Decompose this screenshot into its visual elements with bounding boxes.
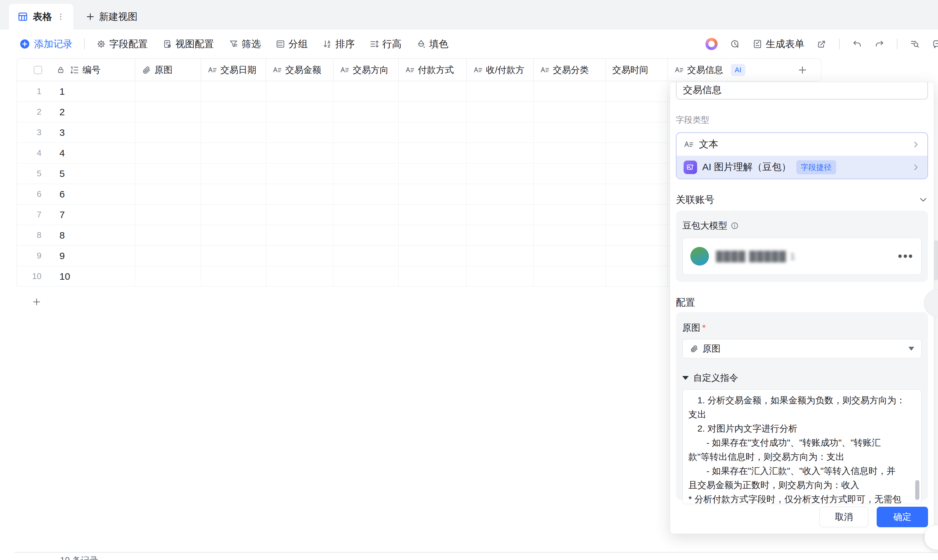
group-button[interactable]: 分组 — [276, 38, 308, 51]
row-number-cell[interactable]: 77 — [17, 205, 135, 225]
table-row[interactable]: 22 — [17, 102, 784, 122]
table-cell[interactable] — [467, 225, 534, 245]
add-field-button[interactable] — [784, 58, 821, 81]
table-cell[interactable] — [606, 225, 668, 245]
select-all-checkbox[interactable] — [34, 66, 42, 74]
custom-instruction-textarea[interactable]: 1. 分析交易金额，如果金额为负数，则交易方向为：支出 2. 对图片内文字进行分… — [682, 389, 922, 504]
window-scrollbar-thumb[interactable] — [934, 240, 938, 281]
column-header-trade-category[interactable]: 交易分类 — [534, 59, 606, 81]
column-header-payer-payee[interactable]: 收/付款方 — [467, 59, 534, 81]
table-cell[interactable] — [534, 81, 606, 102]
row-height-button[interactable]: 行高 — [370, 38, 402, 51]
table-cell[interactable] — [399, 246, 467, 266]
table-cell[interactable] — [606, 163, 668, 184]
table-cell[interactable] — [606, 143, 668, 163]
table-cell[interactable] — [399, 205, 467, 225]
row-number-cell[interactable]: 33 — [17, 122, 135, 143]
field-config-button[interactable]: 字段配置 — [96, 38, 148, 51]
table-row[interactable]: 66 — [17, 184, 784, 205]
table-cell[interactable] — [266, 266, 333, 286]
table-cell[interactable] — [333, 184, 399, 204]
table-cell[interactable] — [333, 81, 399, 102]
table-cell[interactable] — [467, 246, 534, 266]
column-header-trade-amount[interactable]: 交易金额 — [266, 59, 333, 81]
table-cell[interactable] — [534, 122, 606, 143]
table-cell[interactable] — [201, 225, 266, 245]
image-field-select[interactable]: 原图 — [682, 339, 922, 358]
table-cell[interactable] — [201, 102, 266, 122]
table-cell[interactable] — [467, 184, 534, 204]
custom-instruction-toggle[interactable]: 自定义指令 — [682, 372, 922, 384]
table-cell[interactable] — [606, 102, 668, 122]
table-cell[interactable] — [266, 205, 333, 225]
ai-gradient-ring-icon[interactable] — [705, 38, 718, 50]
confirm-button[interactable]: 确定 — [876, 507, 928, 527]
table-cell[interactable] — [534, 184, 606, 204]
row-number-cell[interactable]: 22 — [17, 102, 135, 122]
table-cell[interactable] — [135, 225, 201, 245]
table-row[interactable]: 88 — [17, 225, 784, 246]
table-cell[interactable] — [266, 163, 333, 184]
table-cell[interactable] — [266, 102, 333, 122]
table-cell[interactable] — [399, 81, 467, 102]
table-cell[interactable] — [135, 122, 201, 143]
table-cell[interactable] — [135, 143, 201, 163]
table-cell[interactable] — [135, 81, 201, 102]
table-cell[interactable] — [266, 81, 333, 102]
table-cell[interactable] — [266, 246, 333, 266]
cancel-button[interactable]: 取消 — [819, 507, 868, 527]
row-number-cell[interactable]: 55 — [17, 163, 135, 184]
table-cell[interactable] — [467, 102, 534, 122]
table-cell[interactable] — [399, 122, 467, 143]
table-cell[interactable] — [606, 205, 668, 225]
table-cell[interactable] — [606, 266, 668, 286]
row-number-cell[interactable]: 88 — [17, 225, 135, 245]
table-cell[interactable] — [534, 102, 606, 122]
table-cell[interactable] — [201, 122, 266, 143]
table-cell[interactable] — [333, 225, 399, 245]
field-type-option-text[interactable]: 文本 — [676, 133, 927, 156]
table-row[interactable]: 77 — [17, 205, 784, 225]
table-cell[interactable] — [135, 163, 201, 184]
column-header-trade-date[interactable]: 交易日期 — [201, 59, 266, 81]
table-cell[interactable] — [201, 163, 266, 184]
field-type-option-ai-image[interactable]: AI 图片理解（豆包） 字段捷径 — [676, 156, 927, 178]
field-name-input[interactable]: 交易信息 — [676, 82, 928, 100]
table-cell[interactable] — [266, 184, 333, 204]
table-cell[interactable] — [467, 143, 534, 163]
add-row-button[interactable] — [26, 292, 47, 312]
table-cell[interactable] — [606, 81, 668, 102]
table-cell[interactable] — [534, 246, 606, 266]
table-cell[interactable] — [534, 205, 606, 225]
table-cell[interactable] — [399, 225, 467, 245]
table-cell[interactable] — [399, 143, 467, 163]
history-button[interactable] — [730, 39, 740, 49]
row-number-cell[interactable]: 11 — [17, 81, 135, 102]
table-row[interactable]: 44 — [17, 143, 784, 163]
table-cell[interactable] — [266, 122, 333, 143]
table-row[interactable]: 1010 — [17, 266, 784, 287]
table-cell[interactable] — [266, 225, 333, 245]
linked-account-section-header[interactable]: 关联账号 — [676, 193, 928, 206]
table-cell[interactable] — [201, 246, 266, 266]
table-cell[interactable] — [333, 163, 399, 184]
table-cell[interactable] — [201, 143, 266, 163]
fill-color-button[interactable]: 填色 — [416, 38, 448, 51]
table-cell[interactable] — [201, 81, 266, 102]
generate-form-button[interactable]: 生成表单 — [752, 38, 804, 51]
row-number-cell[interactable]: 44 — [17, 143, 135, 163]
row-number-cell[interactable]: 66 — [17, 184, 135, 204]
table-cell[interactable] — [333, 205, 399, 225]
table-cell[interactable] — [534, 266, 606, 286]
redo-button[interactable] — [874, 39, 885, 49]
textarea-scrollbar[interactable] — [915, 480, 920, 500]
table-cell[interactable] — [534, 225, 606, 245]
table-cell[interactable] — [201, 184, 266, 204]
search-list-icon[interactable] — [910, 39, 920, 49]
table-cell[interactable] — [467, 266, 534, 286]
sort-button[interactable]: 排序 — [322, 38, 355, 51]
table-cell[interactable] — [606, 184, 668, 204]
account-row[interactable]: ████ █████ 1 ••• — [682, 238, 922, 275]
table-cell[interactable] — [135, 184, 201, 204]
table-cell[interactable] — [534, 143, 606, 163]
